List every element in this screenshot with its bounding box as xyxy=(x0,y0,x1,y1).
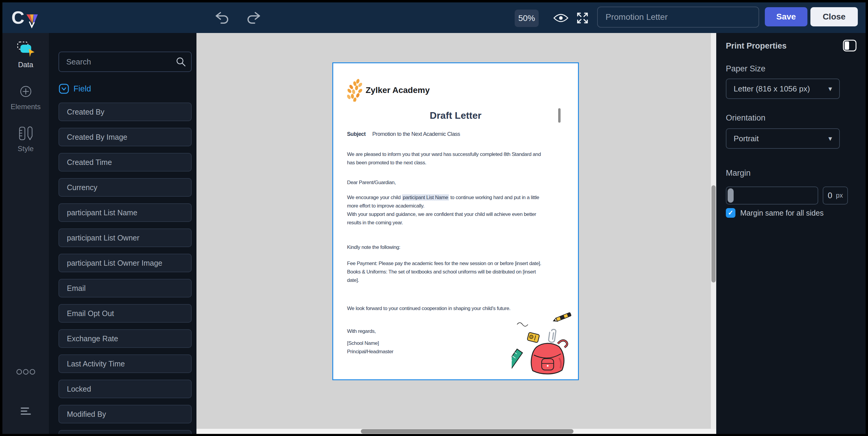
field-list: Created By Created By Image Created Time… xyxy=(59,102,192,434)
field-section-label: Field xyxy=(73,84,91,94)
doc-brand: Zylker Academy xyxy=(346,79,430,102)
margin-slider[interactable] xyxy=(726,187,818,205)
menu-button[interactable] xyxy=(2,407,49,415)
doc-subject-value: Promotion to the Next Academic Class xyxy=(372,131,460,137)
margin-checkbox-label: Margin same for all sides xyxy=(740,209,824,217)
collapse-panel-button[interactable] xyxy=(843,39,857,53)
orientation-label: Orientation xyxy=(726,113,766,123)
field-item-partial[interactable] xyxy=(59,430,192,434)
field-item[interactable]: participant List Name xyxy=(59,203,192,222)
caret-down-icon: ▾ xyxy=(829,134,832,143)
checkbox-checked-icon[interactable]: ✓ xyxy=(726,208,736,218)
field-item[interactable]: Modified By xyxy=(59,405,192,424)
paper-size-select[interactable]: Letter (816 x 1056 px) ▾ xyxy=(726,79,840,99)
canvas-horizontal-scrollbar[interactable] xyxy=(196,429,716,434)
margin-unit: px xyxy=(836,192,843,199)
horizontal-scrollbar-thumb[interactable] xyxy=(361,429,574,434)
rail-label-elements: Elements xyxy=(10,102,40,111)
orientation-value: Portrait xyxy=(734,134,759,143)
field-item[interactable]: Email xyxy=(59,279,192,298)
doc-brand-name: Zylker Academy xyxy=(366,86,430,95)
logo-letter: C xyxy=(11,7,24,28)
topbar: C 50% xyxy=(2,2,866,33)
doc-subject-label: Subject xyxy=(347,131,366,137)
style-icon xyxy=(17,126,34,142)
vertical-scrollbar-thumb[interactable] xyxy=(711,185,716,282)
doc-closing: We look forward to your continued cooper… xyxy=(347,304,510,313)
field-item[interactable]: Currency xyxy=(59,178,192,197)
more-options-icon xyxy=(16,368,36,375)
zoom-level-badge[interactable]: 50% xyxy=(515,9,539,27)
print-properties-panel: Print Properties Paper Size Letter (816 … xyxy=(716,33,866,434)
elements-icon xyxy=(18,83,34,99)
margin-slider-thumb[interactable] xyxy=(727,188,734,203)
left-rail: Data Elements Style xyxy=(2,33,49,434)
school-supplies-illustration xyxy=(512,311,579,380)
collapse-panel-icon xyxy=(843,39,857,52)
rail-label-data: Data xyxy=(18,61,33,69)
redo-icon xyxy=(246,11,262,25)
field-item[interactable]: Exchange Rate xyxy=(59,329,192,348)
doc-note: Kindly note the following: xyxy=(347,243,400,252)
margin-same-checkbox-row[interactable]: ✓ Margin same for all sides xyxy=(726,208,824,218)
rail-item-data[interactable]: Data xyxy=(2,41,49,69)
more-options-button[interactable] xyxy=(2,368,49,375)
save-button[interactable]: Save xyxy=(765,7,807,26)
field-item[interactable]: Created By xyxy=(59,102,192,121)
merge-field-chip[interactable]: participant List Name xyxy=(402,194,449,200)
fullscreen-button[interactable] xyxy=(574,11,591,25)
app-logo: C xyxy=(11,7,48,29)
caret-down-icon: ▾ xyxy=(829,85,832,93)
data-panel: Field Created By Created By Image Create… xyxy=(49,33,196,434)
doc-mini-scrollbar[interactable] xyxy=(558,108,561,123)
canvas-vertical-scrollbar[interactable] xyxy=(711,33,716,429)
doc-subject-line: SubjectPromotion to the Next Academic Cl… xyxy=(347,130,460,138)
field-item[interactable]: Locked xyxy=(59,380,192,398)
logo-chevron-icon xyxy=(26,14,44,32)
expand-icon xyxy=(576,11,589,25)
doc-paragraph: We are pleased to inform you that your w… xyxy=(347,150,541,167)
editor-canvas[interactable]: Zylker Academy Draft Letter SubjectPromo… xyxy=(196,33,716,434)
field-item[interactable]: participant List Owner Image xyxy=(59,254,192,272)
orientation-select[interactable]: Portrait ▾ xyxy=(726,128,840,149)
undo-icon xyxy=(213,11,230,25)
margin-value: 0 xyxy=(828,191,832,200)
brand-leaves-icon xyxy=(346,79,363,102)
preview-button[interactable] xyxy=(552,11,570,25)
data-icon xyxy=(17,41,35,58)
field-item[interactable]: participant List Owner xyxy=(59,228,192,247)
rail-label-style: Style xyxy=(18,145,34,153)
app-window: C 50% xyxy=(0,0,868,436)
eye-icon xyxy=(553,12,569,24)
doc-signature: [School Name] Principal/Headmaster xyxy=(347,339,394,356)
doc-title: Draft Letter xyxy=(333,110,578,121)
rail-item-style[interactable]: Style xyxy=(2,126,49,153)
undo-button[interactable] xyxy=(212,9,231,26)
doc-greeting: Dear Parent/Guardian, xyxy=(347,179,396,187)
doc-paragraph: We encourage your child participant List… xyxy=(347,193,539,227)
doc-paragraph: Fee Payment: Please pay the academic fee… xyxy=(347,259,541,285)
panel-title: Print Properties xyxy=(726,41,787,51)
doc-regards: With regards, xyxy=(347,327,376,336)
field-section-toggle[interactable]: Field xyxy=(59,83,91,94)
letter-page[interactable]: Zylker Academy Draft Letter SubjectPromo… xyxy=(332,62,579,380)
field-item[interactable]: Email Opt Out xyxy=(59,304,192,323)
paper-size-value: Letter (816 x 1056 px) xyxy=(734,84,810,94)
margin-label: Margin xyxy=(726,168,751,178)
field-item[interactable]: Last Activity Time xyxy=(59,354,192,373)
field-chevron-icon xyxy=(59,83,69,94)
redo-button[interactable] xyxy=(245,9,264,26)
rail-item-elements[interactable]: Elements xyxy=(2,83,49,111)
field-item[interactable]: Created By Image xyxy=(59,128,192,146)
document-title-input[interactable] xyxy=(597,7,759,28)
menu-icon xyxy=(20,407,32,415)
search-icon xyxy=(176,56,186,67)
close-button[interactable]: Close xyxy=(810,7,858,26)
field-item[interactable]: Created Time xyxy=(59,153,192,172)
paper-size-label: Paper Size xyxy=(726,64,766,73)
search-input[interactable] xyxy=(59,52,192,72)
margin-value-box[interactable]: 0 px xyxy=(823,187,848,205)
